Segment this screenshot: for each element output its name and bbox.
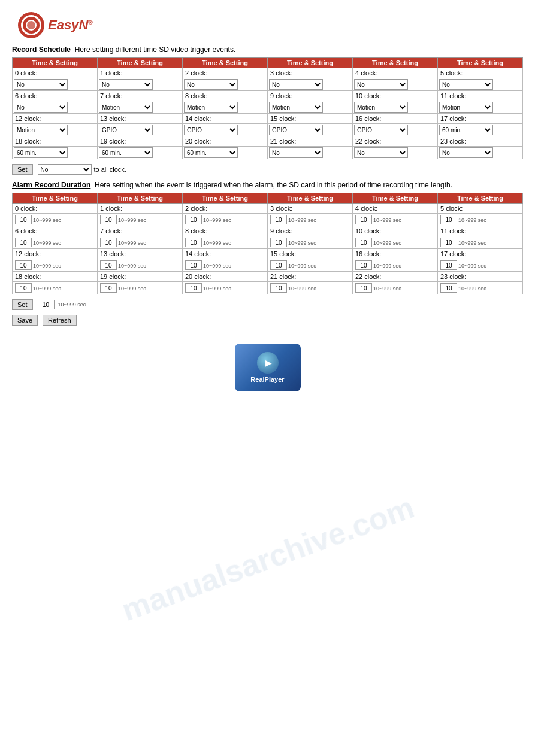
ard-input-1-0[interactable]: [15, 238, 32, 247]
ard-input-0-2[interactable]: [185, 215, 202, 224]
rs-select-2-1[interactable]: NoMotionGPIO60 min.: [99, 125, 153, 135]
ard-input-0-5[interactable]: [440, 215, 457, 224]
rs-select-cell-2-2: NoMotionGPIO60 min.: [183, 124, 268, 136]
rs-select-1-5[interactable]: NoMotionGPIO60 min.: [439, 102, 493, 113]
refresh-button[interactable]: Refresh: [43, 315, 77, 326]
rs-select-3-1[interactable]: NoMotionGPIO60 min.: [99, 147, 153, 158]
rs-clock-label-0-3: 3 clock:: [268, 68, 353, 78]
rs-select-cell-3-3: NoMotionGPIO60 min.: [268, 147, 353, 159]
rs-select-3-2[interactable]: NoMotionGPIO60 min.: [184, 147, 238, 158]
ard-val-cell-0-4: 10~999 sec: [353, 214, 438, 226]
ard-clock-label-3-3: 21 clock:: [268, 272, 353, 282]
ard-input-0-4[interactable]: [355, 215, 372, 224]
rs-clock-label-2-5: 17 clock:: [438, 114, 523, 124]
rs-select-2-2[interactable]: NoMotionGPIO60 min.: [184, 125, 238, 135]
rs-select-3-5[interactable]: NoMotionGPIO60 min.: [439, 147, 493, 158]
rs-header-5: Time & Setting: [438, 58, 523, 68]
ard-val-cell-1-3: 10~999 sec: [268, 236, 353, 249]
ard-input-1-4[interactable]: [355, 238, 372, 247]
ard-header-1: Time & Setting: [98, 193, 183, 204]
ard-input-3-2[interactable]: [185, 283, 202, 293]
ard-range-0-2: 10~999 sec: [203, 217, 231, 223]
ard-input-2-4[interactable]: [355, 260, 372, 270]
ard-input-3-4[interactable]: [355, 283, 372, 293]
ard-clock-label-1-0: 6 clock:: [13, 226, 98, 236]
ard-clock-label-1-3: 9 clock:: [268, 226, 353, 236]
rs-clock-label-3-1: 19 clock:: [98, 136, 183, 147]
rs-select-1-1[interactable]: NoMotionGPIO60 min.: [99, 102, 153, 113]
rs-select-0-0[interactable]: NoMotionGPIO60 min.: [14, 79, 68, 90]
ard-range-3-1: 10~999 sec: [118, 286, 146, 292]
rs-select-2-3[interactable]: NoMotionGPIO60 min.: [269, 125, 323, 135]
rs-select-3-4[interactable]: NoMotionGPIO60 min.: [354, 147, 408, 158]
ard-range-1-5: 10~999 sec: [458, 240, 486, 246]
ard-range-3-3: 10~999 sec: [288, 286, 316, 292]
logo-area: EasyN®: [18, 12, 523, 38]
rs-select-2-4[interactable]: NoMotionGPIO60 min.: [354, 125, 408, 135]
ard-val-cell-2-3: 10~999 sec: [268, 259, 353, 272]
rs-clock-label-0-0: 0 clock:: [13, 68, 98, 78]
ard-input-1-1[interactable]: [100, 238, 117, 247]
rs-select-3-3[interactable]: NoMotionGPIO60 min.: [269, 147, 323, 158]
rs-clock-label-3-0: 18 clock:: [13, 136, 98, 147]
ard-input-2-5[interactable]: [440, 260, 457, 270]
rs-header-2: Time & Setting: [183, 58, 268, 68]
ard-range-0-4: 10~999 sec: [373, 217, 401, 223]
rs-select-1-4[interactable]: NoMotionGPIO60 min.: [354, 102, 408, 113]
record-schedule-set-button[interactable]: Set: [12, 164, 33, 175]
ard-input-2-1[interactable]: [100, 260, 117, 270]
ard-input-1-2[interactable]: [185, 238, 202, 247]
realplayer-label: RealPlayer: [250, 376, 284, 383]
ard-input-3-5[interactable]: [440, 283, 457, 293]
ard-input-2-3[interactable]: [270, 260, 287, 270]
ard-input-3-3[interactable]: [270, 283, 287, 293]
ard-val-cell-2-1: 10~999 sec: [98, 259, 183, 272]
ard-input-0-1[interactable]: [100, 215, 117, 224]
ard-input-2-0[interactable]: [15, 260, 32, 270]
ard-clock-label-1-2: 8 clock:: [183, 226, 268, 236]
rs-select-0-5[interactable]: NoMotionGPIO60 min.: [439, 79, 493, 90]
ard-header-2: Time & Setting: [183, 193, 268, 204]
ard-range-3-5: 10~999 sec: [458, 286, 486, 292]
ard-val-cell-2-4: 10~999 sec: [353, 259, 438, 272]
rs-select-1-3[interactable]: NoMotionGPIO60 min.: [269, 102, 323, 113]
rs-clock-label-1-4: 10 clock:: [353, 91, 438, 101]
ard-range-2-3: 10~999 sec: [288, 263, 316, 269]
rs-select-2-0[interactable]: NoMotionGPIO60 min.: [14, 125, 68, 135]
ard-range-0-5: 10~999 sec: [458, 217, 486, 223]
alarm-duration-set-button[interactable]: Set: [12, 299, 33, 310]
rs-select-3-0[interactable]: NoMotionGPIO60 min.: [14, 147, 68, 158]
rs-select-cell-0-2: NoMotionGPIO60 min.: [183, 78, 268, 91]
rs-select-1-2[interactable]: NoMotionGPIO60 min.: [184, 102, 238, 113]
realplayer-box[interactable]: RealPlayer: [235, 344, 301, 391]
rs-select-0-3[interactable]: NoMotionGPIO60 min.: [269, 79, 323, 90]
rs-clock-label-1-3: 9 clock:: [268, 91, 353, 101]
realplayer-icon: [257, 352, 279, 374]
rs-select-2-5[interactable]: NoMotionGPIO60 min.: [439, 125, 493, 135]
ard-clock-label-2-2: 14 clock:: [183, 249, 268, 259]
record-schedule-set-select[interactable]: No Motion GPIO 60 min.: [38, 164, 92, 175]
ard-val-cell-1-5: 10~999 sec: [438, 236, 523, 249]
ard-input-2-2[interactable]: [185, 260, 202, 270]
ard-range-1-3: 10~999 sec: [288, 240, 316, 246]
rs-select-0-4[interactable]: NoMotionGPIO60 min.: [354, 79, 408, 90]
record-schedule-title-main: Record Schedule: [12, 45, 71, 54]
ard-input-1-3[interactable]: [270, 238, 287, 247]
rs-select-0-1[interactable]: NoMotionGPIO60 min.: [99, 79, 153, 90]
rs-clock-label-3-4: 22 clock:: [353, 136, 438, 147]
alarm-duration-set-input[interactable]: [38, 300, 55, 309]
ard-input-3-1[interactable]: [100, 283, 117, 293]
ard-val-cell-3-3: 10~999 sec: [268, 282, 353, 294]
rs-select-cell-1-3: NoMotionGPIO60 min.: [268, 101, 353, 114]
ard-range-2-2: 10~999 sec: [203, 263, 231, 269]
ard-input-3-0[interactable]: [15, 283, 32, 293]
rs-select-cell-1-5: NoMotionGPIO60 min.: [438, 101, 523, 114]
ard-header-3: Time & Setting: [268, 193, 353, 204]
ard-input-1-5[interactable]: [440, 238, 457, 247]
rs-select-0-2[interactable]: NoMotionGPIO60 min.: [184, 79, 238, 90]
save-button[interactable]: Save: [12, 315, 38, 326]
ard-input-0-3[interactable]: [270, 215, 287, 224]
rs-header-3: Time & Setting: [268, 58, 353, 68]
rs-select-1-0[interactable]: NoMotionGPIO60 min.: [14, 102, 68, 113]
ard-input-0-0[interactable]: [15, 215, 32, 224]
